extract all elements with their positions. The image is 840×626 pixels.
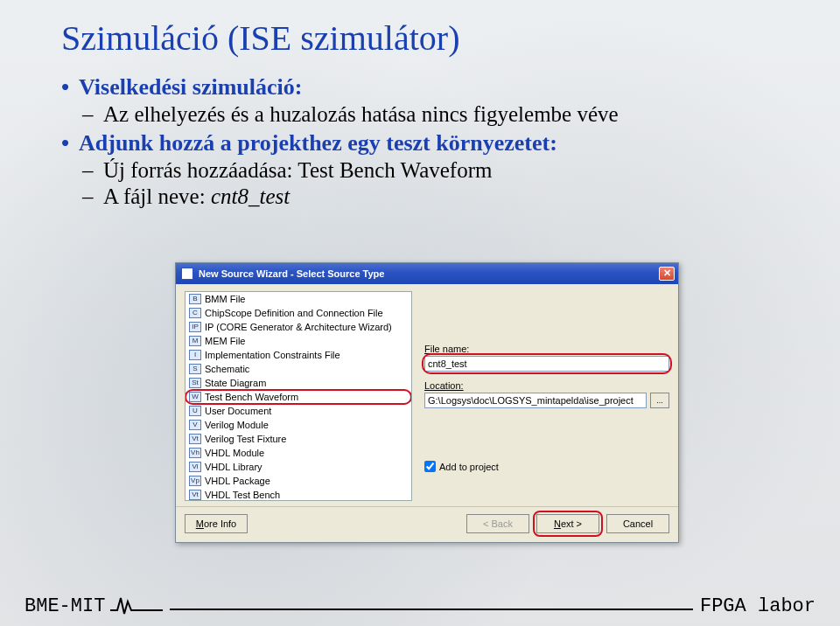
source-type-icon: IP [189, 322, 201, 332]
source-type-icon: Vh [189, 448, 201, 458]
filename-input[interactable] [424, 356, 669, 372]
source-type-label: State Diagram [205, 378, 266, 388]
browse-button[interactable]: ... [650, 393, 669, 408]
source-type-item[interactable]: StState Diagram [186, 376, 411, 390]
source-type-item[interactable]: SSchematic [186, 362, 411, 376]
source-type-icon: St [189, 378, 201, 388]
source-type-item[interactable]: BBMM File [186, 292, 411, 306]
source-type-label: Schematic [205, 364, 249, 374]
source-type-icon: Vl [189, 462, 201, 472]
source-type-label: Implementation Constraints File [205, 350, 340, 360]
footer-left-text: BME-MIT [24, 595, 105, 617]
next-rest: ext > [561, 518, 582, 529]
subbullet-new-source: Új forrás hozzáadása: Test Bench Wavefor… [79, 158, 779, 183]
source-type-item[interactable]: IImplementation Constraints File [186, 348, 411, 362]
bullet-text: Adjunk hozzá a projekthez egy teszt körn… [79, 130, 557, 156]
source-type-icon: S [189, 364, 201, 374]
source-type-label: IP (CORE Generator & Architecture Wizard… [205, 322, 392, 332]
source-type-item[interactable]: UUser Document [186, 404, 411, 418]
close-icon[interactable]: ✕ [659, 267, 675, 281]
source-type-label: MEM File [205, 336, 245, 346]
source-type-item[interactable]: MMEM File [186, 334, 411, 348]
source-type-item[interactable]: VVerilog Module [186, 418, 411, 432]
footer-left: BME-MIT [24, 595, 163, 617]
bullet-behavioral-sim: Viselkedési szimuláció: Az elhelyezés és… [61, 74, 779, 127]
filename-value-text: cnt8_test [211, 184, 290, 208]
source-type-label: ChipScope Definition and Connection File [205, 308, 383, 318]
add-to-project-input[interactable] [424, 461, 436, 472]
filename-label: File name: [424, 344, 669, 354]
source-type-label: Verilog Module [205, 420, 269, 430]
source-type-icon: Vp [189, 476, 201, 486]
source-type-item[interactable]: VhVHDL Module [186, 446, 411, 460]
source-type-item[interactable]: VtVHDL Test Bench [186, 488, 411, 501]
source-type-label: User Document [205, 406, 271, 416]
source-type-icon: U [189, 406, 201, 416]
bullet-text: Viselkedési szimuláció: [79, 74, 302, 100]
waveform-icon [110, 595, 163, 617]
footer-divider [170, 609, 693, 610]
source-type-icon: W [189, 392, 201, 402]
more-info-button[interactable]: More Info [185, 514, 248, 533]
filename-prefix: A fájl neve: [103, 184, 211, 208]
slide-title: Szimuláció (ISE szimulátor) [61, 17, 779, 59]
source-type-item[interactable]: VlVHDL Library [186, 460, 411, 474]
app-icon [181, 268, 193, 280]
subbullet-filename: A fájl neve: cnt8_test [79, 184, 779, 209]
add-to-project-label: Add to project [439, 462, 499, 472]
source-type-listbox[interactable]: BBMM FileCChipScope Definition and Conne… [185, 291, 412, 501]
source-type-label: VHDL Test Bench [205, 490, 280, 500]
cancel-button[interactable]: Cancel [606, 514, 669, 533]
source-type-icon: M [189, 336, 201, 346]
source-type-label: VHDL Package [205, 476, 270, 486]
source-type-item[interactable]: CChipScope Definition and Connection Fil… [186, 306, 411, 320]
source-type-icon: Vt [189, 434, 201, 444]
source-type-label: BMM File [205, 294, 245, 304]
source-type-label: Test Bench Waveform [205, 392, 298, 402]
filename-label-text: File name: [424, 344, 469, 354]
dialog-titlebar[interactable]: New Source Wizard - Select Source Type ✕ [176, 263, 678, 284]
source-type-item[interactable]: IPIP (CORE Generator & Architecture Wiza… [186, 320, 411, 334]
source-type-icon: Vt [189, 490, 201, 500]
dialog-title: New Source Wizard - Select Source Type [199, 268, 384, 279]
source-type-icon: B [189, 294, 201, 304]
source-type-item[interactable]: VpVHDL Package [186, 474, 411, 488]
new-source-wizard-dialog: New Source Wizard - Select Source Type ✕… [175, 262, 679, 543]
source-type-icon: V [189, 420, 201, 430]
location-input[interactable] [424, 393, 647, 408]
source-type-label: VHDL Library [205, 462, 262, 472]
subbullet-placement-routing: Az elhelyezés és a huzalozás hatása ninc… [79, 102, 779, 127]
slide-footer: BME-MIT FPGA labor [0, 584, 840, 626]
source-type-icon: I [189, 350, 201, 360]
footer-right: FPGA labor [700, 595, 816, 617]
location-label: Location: [424, 380, 669, 391]
back-button: < Back [466, 514, 529, 533]
more-info-rest: ore Info [204, 518, 236, 529]
bullet-add-testenv: Adjunk hozzá a projekthez egy teszt körn… [61, 130, 779, 209]
source-type-label: Verilog Test Fixture [205, 434, 286, 444]
source-type-item[interactable]: VtVerilog Test Fixture [186, 432, 411, 446]
source-type-label: VHDL Module [205, 448, 264, 458]
add-to-project-checkbox[interactable]: Add to project [424, 461, 669, 472]
source-type-icon: C [189, 308, 201, 318]
next-button[interactable]: Next > [536, 514, 599, 533]
source-type-item[interactable]: WTest Bench Waveform [186, 390, 411, 404]
